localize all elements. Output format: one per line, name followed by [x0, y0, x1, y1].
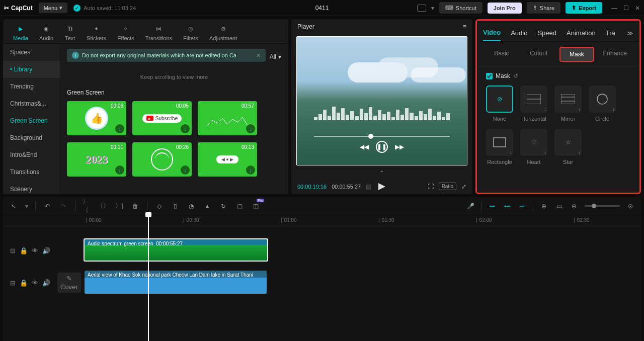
- delete-icon[interactable]: 🗑: [131, 202, 140, 211]
- lock-icon[interactable]: 🔒: [20, 279, 28, 287]
- mask-toggle[interactable]: Mask ↺: [486, 72, 630, 79]
- mic-icon[interactable]: 🎤: [466, 202, 475, 211]
- sidebar-item-scenery[interactable]: Scenery: [3, 181, 60, 194]
- mask-horizontal[interactable]: ↓Horizontal: [520, 86, 547, 122]
- subtab-basic[interactable]: Basic: [485, 47, 518, 62]
- sidebar-item-spaces[interactable]: Spaces: [3, 44, 60, 61]
- minimize-icon[interactable]: ―: [611, 5, 617, 12]
- tab-track[interactable]: Tra: [606, 25, 615, 41]
- alert-close-icon[interactable]: ✕: [256, 52, 261, 59]
- tab-transitions[interactable]: ⋈Transitions: [145, 23, 172, 41]
- tab-text[interactable]: TIText: [64, 23, 75, 41]
- tab-video[interactable]: Video: [483, 25, 501, 41]
- sidebar-item-intro-end[interactable]: Intro&End: [3, 146, 60, 163]
- split-icon[interactable]: 〉〈: [83, 202, 92, 211]
- marker-icon[interactable]: ◇: [154, 202, 164, 211]
- mask-none[interactable]: ⊘None: [486, 86, 513, 122]
- sidebar-item-christmas[interactable]: Christmas&...: [3, 95, 60, 112]
- split-right-icon[interactable]: 〉|: [115, 202, 124, 211]
- sidebar-item-background[interactable]: Background: [3, 129, 60, 146]
- subtab-cutout[interactable]: Cutout: [522, 47, 555, 62]
- mask-checkbox[interactable]: [486, 73, 493, 79]
- mask-circle[interactable]: ↓Circle: [589, 86, 616, 122]
- layout-icon[interactable]: [417, 5, 426, 12]
- seek-bar[interactable]: [314, 136, 450, 137]
- track-icon[interactable]: ▭: [554, 202, 564, 211]
- close-icon[interactable]: ✕: [635, 5, 640, 12]
- mirror-icon[interactable]: ▲: [203, 202, 212, 211]
- lock-icon[interactable]: 🔒: [20, 247, 28, 254]
- next-icon[interactable]: ▶▶: [395, 143, 404, 150]
- redo-icon[interactable]: ↷: [59, 202, 68, 211]
- link-icon[interactable]: ⊷: [503, 202, 512, 211]
- project-title[interactable]: 0411: [315, 5, 329, 12]
- download-icon[interactable]: ↓: [181, 124, 190, 133]
- sidebar-item-library[interactable]: Library: [3, 61, 60, 78]
- frame-icon[interactable]: ▯: [171, 202, 180, 211]
- download-icon[interactable]: ↓: [115, 124, 124, 133]
- crop-icon[interactable]: ▢: [235, 202, 244, 211]
- download-icon[interactable]: ↓: [181, 165, 190, 175]
- tab-audio[interactable]: ◉Audio: [39, 23, 53, 41]
- zoom-out-icon[interactable]: ⊖: [570, 202, 579, 211]
- collapse-icon[interactable]: ⊟: [10, 247, 16, 254]
- eye-icon[interactable]: 👁: [32, 279, 38, 287]
- subtab-mask[interactable]: Mask: [559, 47, 595, 62]
- tab-adjustment[interactable]: ⚙Adjustment: [209, 23, 237, 41]
- video-clip[interactable]: Aerial view of Khao Sok national park Ch…: [85, 271, 267, 294]
- tab-effects[interactable]: ✧Effects: [117, 23, 134, 41]
- speed-icon[interactable]: ◔: [187, 202, 196, 211]
- playhead[interactable]: [148, 215, 149, 341]
- join-pro-button[interactable]: Join Pro: [488, 3, 522, 14]
- preview-icon[interactable]: ⊕: [539, 202, 548, 211]
- mute-icon[interactable]: 🔊: [42, 279, 50, 287]
- mask-heart[interactable]: ♡↓Heart: [520, 129, 547, 165]
- ratio-button[interactable]: Ratio: [439, 183, 456, 190]
- snap-icon[interactable]: ⊸: [518, 202, 527, 211]
- mute-icon[interactable]: 🔊: [42, 247, 50, 254]
- maximize-icon[interactable]: ☐: [623, 5, 629, 12]
- undo-icon[interactable]: ↶: [43, 202, 52, 211]
- media-thumbnail[interactable]: ▶Subscribe 00:05 ↓: [132, 101, 192, 135]
- cover-button[interactable]: ✎ Cover: [57, 273, 81, 293]
- mask-star[interactable]: ☆↓Star: [554, 129, 582, 165]
- tab-audio[interactable]: Audio: [511, 25, 527, 41]
- split-left-icon[interactable]: 〈〉: [99, 202, 108, 211]
- mask-rectangle[interactable]: ↓Rectangle: [486, 129, 513, 165]
- download-icon[interactable]: ↓: [246, 165, 255, 175]
- play-icon[interactable]: [378, 183, 385, 190]
- zoom-in-icon[interactable]: ⊙: [626, 202, 635, 211]
- tab-speed[interactable]: Speed: [537, 25, 556, 41]
- tab-stickers[interactable]: ✦Stickers: [87, 23, 106, 41]
- audio-clip[interactable]: Audio spectrum green screen 00:00:55:27: [84, 238, 268, 262]
- menu-icon[interactable]: ≡: [463, 23, 466, 30]
- sidebar-item-transitions[interactable]: Transitions: [3, 163, 60, 181]
- media-thumbnail[interactable]: 00:26 ↓: [132, 142, 192, 177]
- collapse-icon[interactable]: ⊟: [10, 279, 16, 287]
- share-button[interactable]: ⇪ Share: [527, 2, 560, 14]
- chevron-down-icon[interactable]: ▾: [431, 5, 434, 12]
- pause-icon[interactable]: ❚❚: [376, 141, 388, 153]
- media-thumbnail[interactable]: 👍 00:06 ↓: [67, 101, 126, 135]
- tab-animation[interactable]: Animation: [567, 25, 596, 41]
- export-button[interactable]: ⬆ Export: [566, 2, 602, 14]
- ai-icon[interactable]: ◫Pro: [251, 202, 260, 211]
- timeline-ruler[interactable]: 00:00 00:30 01:00 01:30 02:00 02:30: [3, 215, 641, 226]
- rotate-icon[interactable]: ↻: [219, 202, 228, 211]
- media-thumbnail[interactable]: 00:57 ↓: [198, 101, 257, 135]
- filter-all-button[interactable]: All ▾: [270, 53, 281, 60]
- eye-icon[interactable]: 👁: [32, 247, 38, 254]
- magnet-icon[interactable]: ⊶: [488, 202, 497, 211]
- reset-icon[interactable]: ↺: [513, 72, 518, 79]
- pointer-tool[interactable]: ↖: [9, 202, 18, 211]
- tab-filters[interactable]: ◎Filters: [183, 23, 198, 41]
- tab-media[interactable]: ▶Media: [13, 23, 28, 41]
- crop-icon[interactable]: ⛶: [428, 183, 434, 190]
- fullscreen-icon[interactable]: ⤢: [461, 183, 466, 190]
- more-tabs-icon[interactable]: ≫: [627, 30, 633, 37]
- collapse-icon[interactable]: ⌃: [291, 167, 472, 179]
- subtab-enhance[interactable]: Enhance: [598, 47, 631, 62]
- sidebar-item-trending[interactable]: Trending: [3, 78, 60, 95]
- zoom-slider[interactable]: [585, 205, 620, 207]
- menu-button[interactable]: Menu ▾: [39, 3, 68, 13]
